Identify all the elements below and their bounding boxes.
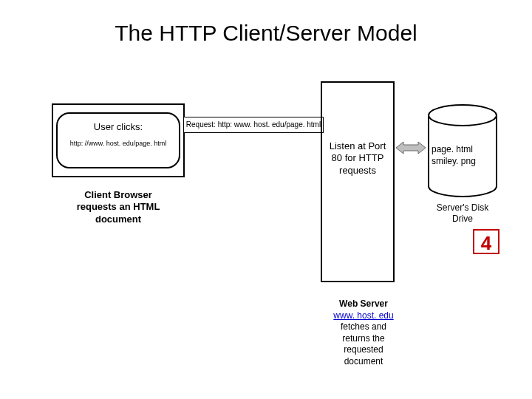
client-browser-inner-box: User clicks: http: //www. host. edu/page…	[56, 112, 180, 168]
client-action-label: User clicks:	[58, 121, 179, 132]
step-number-badge: 4	[473, 229, 499, 254]
web-server-caption-rest: fetches and returns the requested docume…	[341, 321, 386, 366]
web-server-hostname-link: www. host. edu	[333, 310, 393, 321]
double-arrow-icon	[396, 140, 426, 155]
disk-file-item: page. html	[432, 144, 494, 156]
svg-marker-1	[396, 142, 426, 154]
client-caption: Client Browser requests an HTML document	[70, 189, 166, 225]
web-server-caption-bold: Web Server	[339, 299, 388, 309]
request-arrow-label: Request: http: www. host. edu/page. html	[183, 117, 324, 133]
disk-caption: Server's Disk Drive	[426, 202, 499, 225]
web-server-caption: Web Server www. host. edu fetches and re…	[327, 299, 400, 368]
web-server-inside-text: Listen at Port 80 for HTTP requests	[325, 140, 390, 177]
disk-file-item: smiley. png	[432, 156, 494, 168]
disk-file-list: page. html smiley. png	[432, 144, 494, 167]
client-url-text: http: //www. host. edu/page. html	[58, 140, 179, 147]
slide-title: The HTTP Client/Server Model	[0, 21, 532, 46]
web-server-box	[321, 81, 395, 282]
svg-point-0	[429, 105, 497, 126]
